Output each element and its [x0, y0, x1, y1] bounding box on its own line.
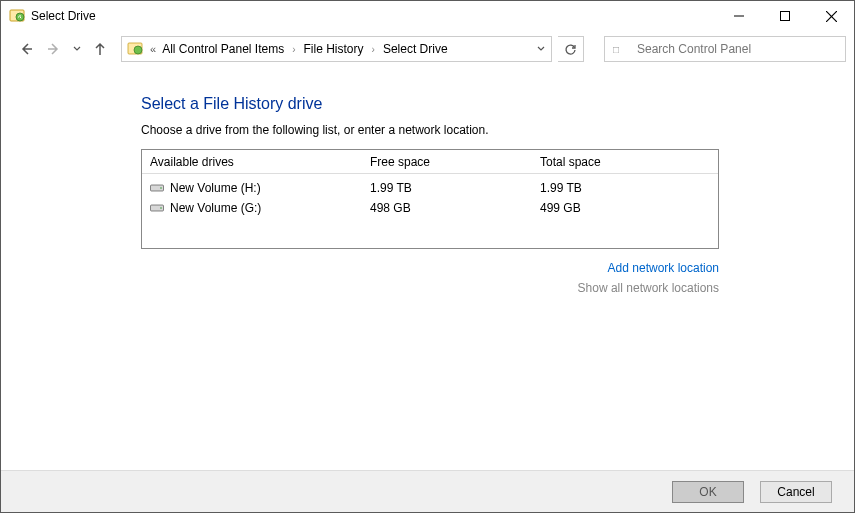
show-all-network-locations-link[interactable]: Show all network locations — [141, 281, 719, 295]
breadcrumb-item[interactable]: Select Drive — [381, 42, 450, 56]
table-body: New Volume (H:) 1.99 TB 1.99 TB New Volu… — [142, 174, 718, 248]
svg-point-11 — [160, 207, 162, 209]
drive-icon — [150, 203, 164, 213]
back-button[interactable] — [15, 38, 37, 60]
cancel-button[interactable]: Cancel — [760, 481, 832, 503]
breadcrumb-overflow-icon[interactable]: « — [150, 43, 156, 55]
ok-button[interactable]: OK — [672, 481, 744, 503]
page-title: Select a File History drive — [141, 95, 854, 113]
app-icon — [9, 8, 25, 24]
drive-free: 498 GB — [370, 201, 540, 215]
maximize-button[interactable] — [762, 1, 808, 31]
address-dropdown-button[interactable] — [529, 37, 551, 61]
svg-point-7 — [134, 46, 142, 54]
breadcrumb-item[interactable]: All Control Panel Items — [160, 42, 286, 56]
svg-point-9 — [160, 187, 162, 189]
navbar: « All Control Panel Items › File History… — [1, 31, 854, 67]
drive-free: 1.99 TB — [370, 181, 540, 195]
search-placeholder: Search Control Panel — [637, 42, 751, 56]
svg-rect-3 — [781, 12, 790, 21]
header-total-space[interactable]: Total space — [540, 155, 718, 169]
close-button[interactable] — [808, 1, 854, 31]
link-area: Add network location Show all network lo… — [141, 261, 719, 295]
breadcrumb[interactable]: « All Control Panel Items › File History… — [121, 36, 552, 62]
table-row[interactable]: New Volume (H:) 1.99 TB 1.99 TB — [142, 178, 718, 198]
up-button[interactable] — [89, 38, 111, 60]
drive-name: New Volume (H:) — [170, 181, 261, 195]
table-row[interactable]: New Volume (G:) 498 GB 499 GB — [142, 198, 718, 218]
instruction-text: Choose a drive from the following list, … — [141, 123, 854, 137]
drive-icon — [150, 183, 164, 193]
refresh-button[interactable] — [558, 36, 584, 62]
titlebar: Select Drive — [1, 1, 854, 31]
drive-total: 499 GB — [540, 201, 718, 215]
drive-name: New Volume (G:) — [170, 201, 261, 215]
breadcrumb-item[interactable]: File History — [302, 42, 366, 56]
chevron-right-icon[interactable]: › — [372, 44, 375, 55]
chevron-right-icon[interactable]: › — [292, 44, 295, 55]
drive-table: Available drives Free space Total space … — [141, 149, 719, 249]
drive-total: 1.99 TB — [540, 181, 718, 195]
table-header: Available drives Free space Total space — [142, 150, 718, 174]
forward-button[interactable] — [43, 38, 65, 60]
search-icon: □ — [613, 44, 627, 55]
minimize-button[interactable] — [716, 1, 762, 31]
content-area: Select a File History drive Choose a dri… — [1, 67, 854, 470]
window-controls — [716, 1, 854, 31]
header-free-space[interactable]: Free space — [370, 155, 540, 169]
window-title: Select Drive — [31, 9, 96, 23]
recent-locations-button[interactable] — [71, 45, 83, 53]
footer: OK Cancel — [1, 470, 854, 512]
header-available-drives[interactable]: Available drives — [142, 155, 370, 169]
search-input[interactable]: □ Search Control Panel — [604, 36, 846, 62]
control-panel-icon — [126, 40, 144, 58]
add-network-location-link[interactable]: Add network location — [141, 261, 719, 275]
